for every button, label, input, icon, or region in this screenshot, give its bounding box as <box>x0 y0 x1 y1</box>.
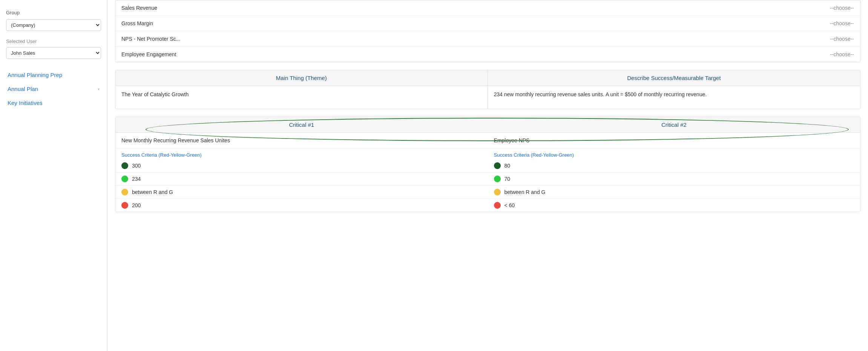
theme-right-col: Describe Success/Measurable Target 234 n… <box>488 70 860 109</box>
metric-choose-1: --choose-- <box>830 20 854 26</box>
theme-left-content: The Year of Catalytic Growth <box>115 86 488 109</box>
critical-col-2: Critical #2 Employee NPS Success Criteri… <box>488 117 860 212</box>
critical-1-header: Critical #1 <box>115 117 488 133</box>
critical-1-criteria-2: between R and G <box>115 186 488 199</box>
criteria-1-value-2: between R and G <box>132 189 173 195</box>
dot-red-2-icon <box>494 202 501 209</box>
chevron-icon: ‹ <box>98 86 100 92</box>
theme-left-header: Main Thing (Theme) <box>115 70 488 86</box>
metric-choose-0: --choose-- <box>830 5 854 11</box>
critical-1-subheader: New Monthly Recurring Revenue Sales Unit… <box>115 133 488 148</box>
group-label: Group <box>6 10 101 15</box>
criteria-1-value-0: 300 <box>132 163 141 169</box>
critical-2-criteria-2: between R and G <box>488 186 860 199</box>
critical-2-criteria-3: < 60 <box>488 199 860 212</box>
dot-red-icon <box>121 202 128 209</box>
criteria-2-value-1: 70 <box>505 176 511 182</box>
sidebar-item-annual-planning-prep[interactable]: Annual Planning Prep <box>6 69 101 81</box>
critical-2-criteria-1: 70 <box>488 172 860 186</box>
metric-row-3: Employee Engagement --choose-- <box>115 47 860 62</box>
critical-col-1: Critical #1 New Monthly Recurring Revenu… <box>115 117 488 212</box>
theme-section: Main Thing (Theme) The Year of Catalytic… <box>115 70 860 109</box>
critical-1-criteria-1: 234 <box>115 172 488 186</box>
nav-label-annual-planning-prep: Annual Planning Prep <box>8 72 62 78</box>
metric-name-1: Gross Margin <box>121 20 830 26</box>
metric-row-0: Sales Revenue --choose-- <box>115 0 860 16</box>
criteria-2-value-0: 80 <box>505 163 511 169</box>
selected-user-label: Selected User <box>6 38 101 44</box>
critical-2-success-label: Success Criteria (Red-Yellow-Green) <box>488 148 860 159</box>
dot-dark-green-2-icon <box>494 162 501 169</box>
critical-2-header: Critical #2 <box>488 117 860 133</box>
dot-yellow-2-icon <box>494 189 501 196</box>
group-select[interactable]: (Company) <box>6 19 101 31</box>
sidebar-item-annual-plan[interactable]: Annual Plan ‹ <box>6 83 101 95</box>
critical-2-subheader: Employee NPS <box>488 133 860 148</box>
metric-name-0: Sales Revenue <box>121 5 830 11</box>
metric-row-2: NPS - Net Promoter Sc... --choose-- <box>115 31 860 47</box>
theme-left-col: Main Thing (Theme) The Year of Catalytic… <box>115 70 488 109</box>
group-section: Group (Company) <box>6 10 101 31</box>
metric-name-3: Employee Engagement <box>121 51 830 57</box>
sidebar: Group (Company) Selected User John Sales… <box>0 0 107 351</box>
critical-section: Critical #1 New Monthly Recurring Revenu… <box>115 117 860 212</box>
sidebar-item-key-initiatives[interactable]: Key Initiatives <box>6 97 101 109</box>
metrics-section: Sales Revenue --choose-- Gross Margin --… <box>115 0 860 62</box>
critical-1-criteria-0: 300 <box>115 159 488 172</box>
criteria-2-value-3: < 60 <box>505 202 515 208</box>
nav-label-key-initiatives: Key Initiatives <box>8 100 43 106</box>
selected-user-select[interactable]: John Sales <box>6 47 101 59</box>
dot-green-2-icon <box>494 176 501 182</box>
criteria-1-value-1: 234 <box>132 176 141 182</box>
sidebar-nav: Annual Planning Prep Annual Plan ‹ Key I… <box>6 69 101 109</box>
metric-row-1: Gross Margin --choose-- <box>115 16 860 31</box>
criteria-1-value-3: 200 <box>132 202 141 208</box>
metric-name-2: NPS - Net Promoter Sc... <box>121 36 830 42</box>
dot-dark-green-icon <box>121 162 128 169</box>
critical-1-criteria-3: 200 <box>115 199 488 212</box>
theme-right-content: 234 new monthly recurring revenue sales … <box>488 86 860 109</box>
main-content: Sales Revenue --choose-- Gross Margin --… <box>107 0 868 351</box>
dot-green-icon <box>121 176 128 182</box>
theme-right-header: Describe Success/Measurable Target <box>488 70 860 86</box>
critical-2-criteria-0: 80 <box>488 159 860 172</box>
metric-choose-2: --choose-- <box>830 36 854 42</box>
nav-label-annual-plan: Annual Plan <box>8 86 38 92</box>
dot-yellow-icon <box>121 189 128 196</box>
critical-1-success-label: Success Criteria (Red-Yellow-Green) <box>115 148 488 159</box>
criteria-2-value-2: between R and G <box>505 189 546 195</box>
metric-choose-3: --choose-- <box>830 51 854 57</box>
selected-user-section: Selected User John Sales <box>6 38 101 59</box>
